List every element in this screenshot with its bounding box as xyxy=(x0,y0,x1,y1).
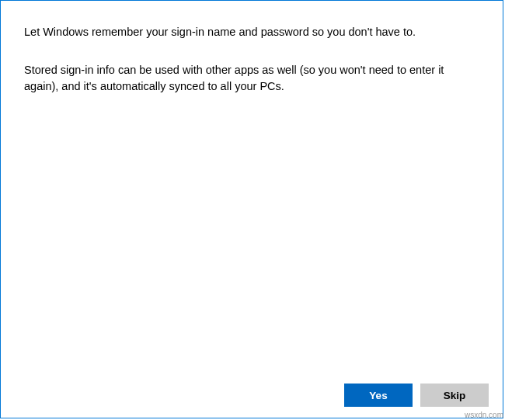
dialog-button-row: Yes Skip xyxy=(344,384,489,407)
dialog-body: Stored sign-in info can be used with oth… xyxy=(24,62,479,95)
skip-button[interactable]: Skip xyxy=(420,384,489,407)
dialog-content: Let Windows remember your sign-in name a… xyxy=(1,1,503,418)
yes-button[interactable]: Yes xyxy=(344,384,413,407)
dialog-heading: Let Windows remember your sign-in name a… xyxy=(24,24,479,40)
credential-prompt-dialog: Let Windows remember your sign-in name a… xyxy=(0,0,503,418)
